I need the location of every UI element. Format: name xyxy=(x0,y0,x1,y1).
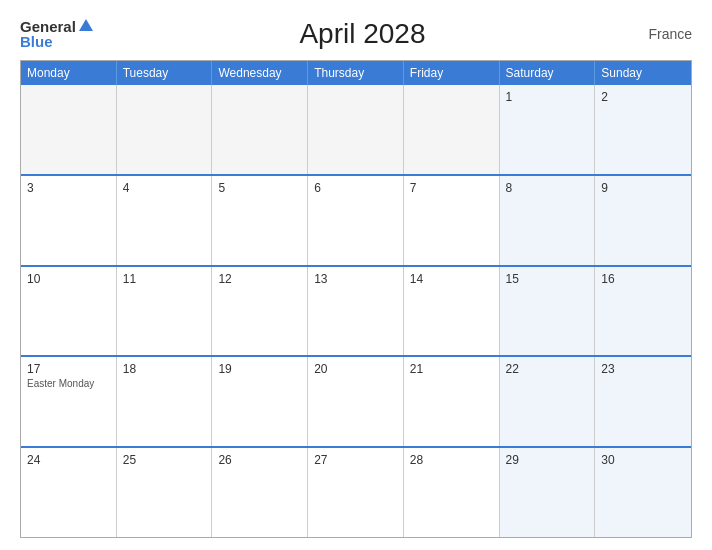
calendar-cell: 22 xyxy=(500,357,596,446)
weekday-header-friday: Friday xyxy=(404,61,500,85)
calendar-cell: 17Easter Monday xyxy=(21,357,117,446)
calendar-row-4: 24252627282930 xyxy=(21,446,691,537)
calendar-cell: 12 xyxy=(212,267,308,356)
day-number: 8 xyxy=(506,181,589,195)
calendar-cell: 11 xyxy=(117,267,213,356)
calendar-cell: 23 xyxy=(595,357,691,446)
calendar-cell: 28 xyxy=(404,448,500,537)
day-event: Easter Monday xyxy=(27,378,110,389)
day-number: 13 xyxy=(314,272,397,286)
weekday-header-monday: Monday xyxy=(21,61,117,85)
day-number: 20 xyxy=(314,362,397,376)
calendar-cell: 15 xyxy=(500,267,596,356)
calendar-cell: 30 xyxy=(595,448,691,537)
calendar-cell: 7 xyxy=(404,176,500,265)
logo-blue-text: Blue xyxy=(20,34,93,49)
calendar-cell: 3 xyxy=(21,176,117,265)
day-number: 12 xyxy=(218,272,301,286)
logo-text: General Blue xyxy=(20,19,93,49)
calendar-cell: 18 xyxy=(117,357,213,446)
calendar-cell: 27 xyxy=(308,448,404,537)
day-number: 22 xyxy=(506,362,589,376)
calendar-cell: 16 xyxy=(595,267,691,356)
calendar-cell: 14 xyxy=(404,267,500,356)
logo-top: General xyxy=(20,19,93,34)
day-number: 18 xyxy=(123,362,206,376)
calendar-header: MondayTuesdayWednesdayThursdayFridaySatu… xyxy=(21,61,691,85)
day-number: 2 xyxy=(601,90,685,104)
calendar-cell: 29 xyxy=(500,448,596,537)
calendar-row-3: 17Easter Monday181920212223 xyxy=(21,355,691,446)
calendar-row-1: 3456789 xyxy=(21,174,691,265)
calendar-cell xyxy=(308,85,404,174)
calendar-page: General Blue April 2028 France MondayTue… xyxy=(0,0,712,550)
day-number: 25 xyxy=(123,453,206,467)
weekday-header-sunday: Sunday xyxy=(595,61,691,85)
weekday-header-thursday: Thursday xyxy=(308,61,404,85)
day-number: 3 xyxy=(27,181,110,195)
calendar-cell xyxy=(117,85,213,174)
calendar-cell: 9 xyxy=(595,176,691,265)
calendar-cell: 8 xyxy=(500,176,596,265)
calendar-cell: 26 xyxy=(212,448,308,537)
day-number: 15 xyxy=(506,272,589,286)
weekday-header-wednesday: Wednesday xyxy=(212,61,308,85)
weekday-header-saturday: Saturday xyxy=(500,61,596,85)
day-number: 4 xyxy=(123,181,206,195)
logo: General Blue xyxy=(20,19,93,49)
calendar-row-2: 10111213141516 xyxy=(21,265,691,356)
calendar-cell: 10 xyxy=(21,267,117,356)
header: General Blue April 2028 France xyxy=(20,18,692,50)
day-number: 7 xyxy=(410,181,493,195)
logo-triangle-icon xyxy=(79,19,93,31)
calendar-body: 1234567891011121314151617Easter Monday18… xyxy=(21,85,691,537)
month-title: April 2028 xyxy=(93,18,632,50)
country-label: France xyxy=(632,26,692,42)
day-number: 5 xyxy=(218,181,301,195)
day-number: 11 xyxy=(123,272,206,286)
calendar-cell: 1 xyxy=(500,85,596,174)
calendar-cell: 20 xyxy=(308,357,404,446)
calendar-cell: 24 xyxy=(21,448,117,537)
weekday-header-tuesday: Tuesday xyxy=(117,61,213,85)
day-number: 6 xyxy=(314,181,397,195)
calendar-cell: 2 xyxy=(595,85,691,174)
calendar-cell: 6 xyxy=(308,176,404,265)
calendar-cell xyxy=(212,85,308,174)
day-number: 27 xyxy=(314,453,397,467)
calendar-cell: 13 xyxy=(308,267,404,356)
calendar-cell: 21 xyxy=(404,357,500,446)
calendar-cell: 19 xyxy=(212,357,308,446)
day-number: 23 xyxy=(601,362,685,376)
day-number: 21 xyxy=(410,362,493,376)
day-number: 24 xyxy=(27,453,110,467)
day-number: 29 xyxy=(506,453,589,467)
day-number: 26 xyxy=(218,453,301,467)
day-number: 14 xyxy=(410,272,493,286)
day-number: 16 xyxy=(601,272,685,286)
calendar-cell: 5 xyxy=(212,176,308,265)
day-number: 9 xyxy=(601,181,685,195)
day-number: 30 xyxy=(601,453,685,467)
calendar: MondayTuesdayWednesdayThursdayFridaySatu… xyxy=(20,60,692,538)
calendar-cell xyxy=(404,85,500,174)
day-number: 28 xyxy=(410,453,493,467)
day-number: 19 xyxy=(218,362,301,376)
calendar-cell: 25 xyxy=(117,448,213,537)
day-number: 17 xyxy=(27,362,110,376)
calendar-row-0: 12 xyxy=(21,85,691,174)
calendar-cell xyxy=(21,85,117,174)
calendar-cell: 4 xyxy=(117,176,213,265)
logo-general-text: General xyxy=(20,19,76,34)
day-number: 10 xyxy=(27,272,110,286)
day-number: 1 xyxy=(506,90,589,104)
